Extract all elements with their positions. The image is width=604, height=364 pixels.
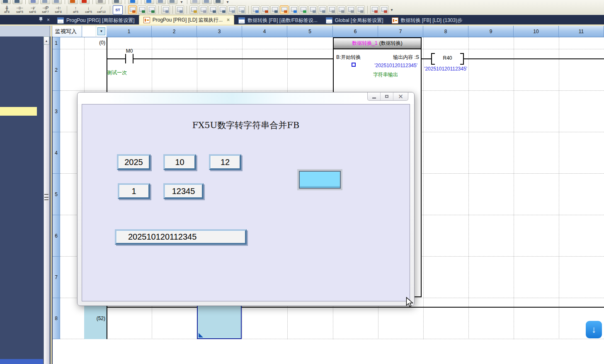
pou-build-icon[interactable] bbox=[380, 5, 388, 14]
indent-out-icon[interactable] bbox=[318, 5, 327, 14]
dropdown-arrow-icon[interactable]: ▼ bbox=[97, 27, 105, 35]
dialog-titlebar[interactable] bbox=[78, 92, 414, 104]
fb-test-dialog[interactable]: ✕ FX5U数字转字符串合并FB 2025 10 12 1 12345 2025… bbox=[77, 92, 415, 306]
indent-in-icon[interactable] bbox=[308, 5, 317, 14]
open-contact-icon[interactable]: ⊣⊢saF5 bbox=[14, 5, 26, 15]
invert-result-icon[interactable]: ∕caF10 bbox=[95, 5, 107, 15]
value-display-seq[interactable]: 1 bbox=[118, 183, 150, 199]
jump-icon[interactable] bbox=[80, 0, 90, 4]
device-write-icon[interactable] bbox=[299, 5, 308, 14]
step-number-52[interactable]: (52) bbox=[85, 315, 105, 321]
eye-monitor-icon[interactable] bbox=[112, 0, 122, 4]
inline-st-icon[interactable]: ST bbox=[113, 5, 123, 15]
eraser-icon[interactable] bbox=[96, 0, 106, 4]
toolbar-overflow-icon[interactable]: ▾ bbox=[179, 0, 184, 4]
align-right-icon[interactable] bbox=[337, 5, 346, 14]
zoom-out-icon[interactable] bbox=[12, 0, 22, 4]
search-icon[interactable] bbox=[144, 0, 154, 4]
find-device-icon[interactable] bbox=[270, 5, 279, 14]
minimize-button[interactable] bbox=[368, 92, 381, 100]
project-icon[interactable] bbox=[156, 0, 166, 4]
zoom-in-icon[interactable] bbox=[1, 0, 11, 4]
step-number-0[interactable]: (0) bbox=[86, 40, 105, 46]
maximize-button[interactable] bbox=[381, 92, 393, 100]
result-string-display[interactable]: 202510120112345 bbox=[115, 229, 247, 245]
row-header-6[interactable]: 6 bbox=[53, 215, 60, 257]
row-header-5[interactable]: 5 bbox=[53, 174, 60, 215]
close-panel-icon[interactable]: × bbox=[47, 17, 50, 22]
sidebar-highlight-item[interactable] bbox=[0, 107, 37, 116]
column-header-4[interactable]: 4 bbox=[242, 26, 287, 37]
note-icon[interactable] bbox=[356, 5, 365, 14]
edit-branch-icon[interactable] bbox=[147, 5, 156, 14]
column-header-8[interactable]: 8 bbox=[423, 26, 468, 37]
edit-coil-icon[interactable] bbox=[138, 5, 146, 14]
scrollbar-up-icon[interactable]: ▲ bbox=[44, 36, 49, 45]
value-display-day[interactable]: 12 bbox=[209, 154, 241, 170]
closed-contact-icon[interactable]: ⊣∕saF6 bbox=[27, 5, 39, 15]
tab-2[interactable]: ProgPou [PRG] [LD] 监视执行...× bbox=[139, 15, 234, 24]
value-display-year[interactable]: 2025 bbox=[117, 154, 150, 170]
row-header-4[interactable]: 4 bbox=[53, 132, 60, 174]
pou-check-icon[interactable] bbox=[370, 5, 379, 14]
insert-row-icon[interactable] bbox=[161, 5, 170, 14]
toolbar-overflow-icon[interactable]: ▾ bbox=[225, 0, 230, 4]
copy-rung-icon[interactable] bbox=[199, 5, 208, 14]
find-grid-icon[interactable] bbox=[128, 0, 138, 4]
edit-pencil-icon[interactable] bbox=[68, 0, 78, 4]
statement-icon[interactable] bbox=[347, 5, 355, 14]
value-display-month[interactable]: 10 bbox=[163, 154, 196, 170]
column-header-7[interactable]: 7 bbox=[378, 26, 423, 37]
tab-close-icon[interactable]: × bbox=[227, 17, 230, 23]
toolbar-overflow-icon[interactable]: ▾ bbox=[389, 7, 394, 12]
tab-4[interactable]: Global [全局标签设置] bbox=[322, 16, 388, 24]
vertical-line-icon[interactable]: ╫aF8 bbox=[1, 5, 13, 15]
close-button[interactable]: ✕ bbox=[393, 92, 408, 100]
watch-add-icon[interactable] bbox=[228, 5, 236, 14]
contact-device-label[interactable]: M0 bbox=[117, 48, 142, 54]
document-icon[interactable] bbox=[190, 0, 200, 4]
column-header-10[interactable]: 10 bbox=[514, 26, 559, 37]
row-header-2[interactable]: 2 bbox=[53, 49, 60, 91]
pulse-contact-icon[interactable]: ⊣PsaF7 bbox=[39, 5, 51, 15]
column-header-6[interactable]: 6 bbox=[333, 26, 378, 37]
pin-icon[interactable] bbox=[39, 17, 43, 22]
column-header-9[interactable]: 9 bbox=[468, 26, 514, 37]
tree-edit-icon[interactable] bbox=[261, 5, 269, 14]
device-monitor-icon[interactable] bbox=[289, 5, 298, 14]
list-icon[interactable] bbox=[167, 0, 177, 4]
rising-edge-icon[interactable]: ↑aF5 bbox=[70, 5, 82, 15]
column-header-5[interactable]: 5 bbox=[287, 26, 333, 37]
align-left-icon[interactable] bbox=[327, 5, 336, 14]
splitter-grip[interactable] bbox=[44, 194, 49, 201]
column-header-11[interactable]: 11 bbox=[559, 26, 604, 37]
column-header-3[interactable]: 3 bbox=[197, 26, 242, 37]
grid-view-2-icon[interactable] bbox=[52, 0, 62, 4]
tab-1[interactable]: ProgPou [PRG] [局部标签设置] bbox=[53, 16, 139, 24]
column-header-2[interactable]: 2 bbox=[152, 26, 197, 37]
row-header-7[interactable]: 7 bbox=[53, 257, 60, 298]
new-window-icon[interactable] bbox=[29, 0, 39, 4]
rising-contact-icon[interactable]: ⊣↑saF8 bbox=[52, 5, 64, 15]
falling-edge-icon[interactable]: ↓caF5 bbox=[82, 5, 95, 15]
grid-view-icon[interactable] bbox=[40, 0, 50, 4]
row-header-8[interactable]: 8 bbox=[53, 298, 60, 339]
tab-5[interactable]: 数据转换 [FB] [LD] (1303)步 bbox=[388, 16, 467, 24]
tree-expand-icon[interactable] bbox=[251, 5, 260, 14]
find-next-icon[interactable] bbox=[218, 5, 227, 14]
edit-contact-icon[interactable] bbox=[128, 5, 137, 14]
touch-switch-button[interactable] bbox=[297, 169, 342, 190]
find-icon[interactable] bbox=[209, 5, 217, 14]
coil-device-label[interactable]: R40 bbox=[435, 55, 460, 61]
watch-remove-icon[interactable] bbox=[237, 5, 246, 14]
edit-search-icon[interactable] bbox=[280, 5, 289, 14]
table-icon[interactable] bbox=[202, 0, 212, 4]
delete-row-icon[interactable] bbox=[175, 5, 184, 14]
scroll-down-button[interactable]: ↓ bbox=[586, 321, 602, 338]
tab-3[interactable]: 数据转换 [FB] [函数/FB标签设... bbox=[234, 16, 322, 24]
undo-icon[interactable] bbox=[189, 5, 198, 14]
column-header-1[interactable]: 1 bbox=[107, 26, 152, 37]
row-header-3[interactable]: 3 bbox=[53, 91, 60, 132]
save-icon[interactable] bbox=[213, 0, 223, 4]
row-header-1[interactable]: 1 bbox=[53, 37, 60, 49]
